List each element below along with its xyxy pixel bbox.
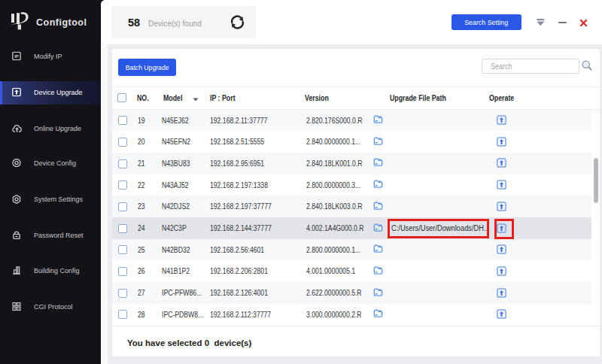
svg-text:IP: IP <box>14 53 19 58</box>
